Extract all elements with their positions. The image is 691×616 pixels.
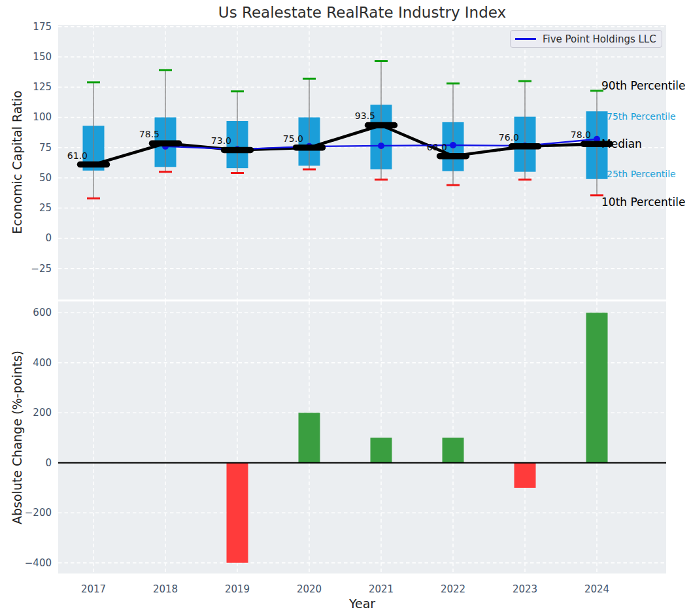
bottom-ytick-600: 600 <box>33 307 52 318</box>
bar-negative-2019 <box>227 463 248 563</box>
top-ytick-25: 25 <box>39 202 52 214</box>
median-value-label-2023: 76.0 <box>499 132 519 143</box>
x-axis-label: Year <box>349 596 375 611</box>
median-value-label-2018: 78.5 <box>139 129 160 139</box>
legend: Five Point Holdings LLC <box>510 30 662 48</box>
xtick-2021: 2021 <box>369 583 394 595</box>
xtick-2017: 2017 <box>81 583 106 595</box>
bottom-ytick-0: 0 <box>45 457 52 469</box>
xtick-2019: 2019 <box>225 583 250 595</box>
top-ytick-0: 0 <box>45 232 52 244</box>
median-value-label-2024: 78.0 <box>571 129 591 140</box>
annotation-10th-percentile: 10th Percentile <box>601 196 685 209</box>
bar-positive-2024 <box>586 313 608 463</box>
bar-negative-2023 <box>514 463 536 488</box>
chart-title: Us Realestate RealRate Industry Index <box>218 4 506 21</box>
median-value-label-2021: 93.5 <box>355 111 375 121</box>
xtick-2020: 2020 <box>297 583 322 595</box>
top-ytick--25: −25 <box>31 263 52 275</box>
median-value-label-2019: 73.0 <box>211 135 231 146</box>
top-ytick-125: 125 <box>33 81 52 93</box>
top-ytick-100: 100 <box>33 111 52 123</box>
company-point-2021 <box>378 143 384 149</box>
bar-positive-2020 <box>299 413 320 463</box>
annotation-25th-percentile: 25th Percentile <box>607 169 676 179</box>
top-ytick-50: 50 <box>39 172 52 184</box>
company-point-2022 <box>450 142 456 148</box>
annotation-90th-percentile: 90th Percentile <box>601 79 685 92</box>
bottom-ytick--200: −200 <box>25 507 52 519</box>
plot-canvas <box>0 0 691 616</box>
xtick-2024: 2024 <box>584 583 609 595</box>
legend-line-sample-icon <box>515 38 536 40</box>
median-value-label-2022: 68.0 <box>427 142 447 152</box>
bottom-ytick-400: 400 <box>33 357 52 369</box>
xtick-2023: 2023 <box>513 583 537 595</box>
median-value-label-2020: 75.0 <box>283 133 303 144</box>
xtick-2018: 2018 <box>153 583 178 595</box>
top-ytick-75: 75 <box>39 142 52 154</box>
top-y-axis-label: Economic Capital Ratio <box>10 90 24 233</box>
median-value-label-2017: 61.0 <box>67 150 88 161</box>
annotation-75th-percentile: 75th Percentile <box>607 111 676 122</box>
bottom-ytick--400: −400 <box>25 557 52 569</box>
bottom-y-axis-label: Absolute Change (%-points) <box>10 351 24 524</box>
bottom-ytick-200: 200 <box>33 407 52 419</box>
xtick-2022: 2022 <box>441 583 465 595</box>
top-ytick-150: 150 <box>33 51 52 63</box>
bar-positive-2021 <box>371 437 392 462</box>
figure: Us Realestate RealRate Industry Index Ec… <box>0 0 691 616</box>
top-ytick-175: 175 <box>33 21 52 33</box>
annotation-median: Median <box>601 137 642 150</box>
bar-positive-2022 <box>443 437 464 462</box>
legend-label: Five Point Holdings LLC <box>543 33 656 45</box>
